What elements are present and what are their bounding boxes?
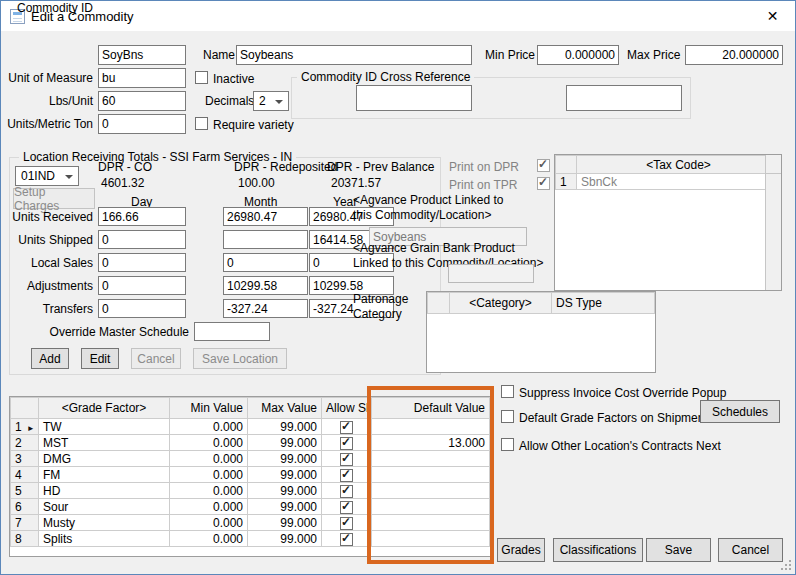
grade-row[interactable]: 8 Splits 0.000 99.000 xyxy=(11,531,490,547)
patronage-category-grid[interactable]: <Category> DS Type xyxy=(426,291,656,373)
default-value-header[interactable]: Default Value xyxy=(372,398,490,419)
max-value-cell[interactable]: 99.000 xyxy=(248,483,322,499)
allow-skip-checkbox[interactable] xyxy=(340,533,353,546)
grade-row[interactable]: 5 HD 0.000 99.000 xyxy=(11,483,490,499)
patronage-ds-type-header[interactable]: DS Type xyxy=(552,293,655,314)
row-header[interactable]: 1 xyxy=(11,419,39,435)
default-value-cell[interactable] xyxy=(372,483,490,499)
resize-grip[interactable] xyxy=(780,559,792,571)
default-value-cell[interactable] xyxy=(372,499,490,515)
allow-skip-checkbox[interactable] xyxy=(340,485,353,498)
allow-other-contracts-checkbox[interactable] xyxy=(501,438,514,451)
transfers-month-input[interactable] xyxy=(223,299,308,318)
max-value-cell[interactable]: 99.000 xyxy=(248,451,322,467)
max-value-cell[interactable]: 99.000 xyxy=(248,419,322,435)
row-header[interactable]: 5 xyxy=(11,483,39,499)
grade-row[interactable]: 7 Musty 0.000 99.000 xyxy=(11,515,490,531)
allow-skip-checkbox[interactable] xyxy=(340,501,353,514)
default-value-cell[interactable] xyxy=(372,451,490,467)
grade-row[interactable]: 6 Sour 0.000 99.000 xyxy=(11,499,490,515)
allow-skip-cell[interactable] xyxy=(322,467,372,483)
lbs-unit-input[interactable] xyxy=(98,91,186,111)
default-value-cell[interactable] xyxy=(372,467,490,483)
min-value-cell[interactable]: 0.000 xyxy=(170,515,248,531)
allow-skip-checkbox[interactable] xyxy=(340,437,353,450)
max-value-cell[interactable]: 99.000 xyxy=(248,515,322,531)
adjustments-month-input[interactable] xyxy=(223,276,308,295)
allow-skip-checkbox[interactable] xyxy=(340,421,353,434)
grade-row[interactable]: 1 TW 0.000 99.000 xyxy=(11,419,490,435)
grade-factor-cell[interactable]: Sour xyxy=(39,499,170,515)
max-value-header[interactable]: Max Value xyxy=(248,398,322,419)
commodity-id-input[interactable] xyxy=(98,45,186,65)
tax-grid-scrollbar[interactable] xyxy=(765,155,781,290)
units-shipped-day-input[interactable] xyxy=(98,230,186,249)
tax-code-grid[interactable]: <Tax Code> 1 SbnCk xyxy=(554,154,782,291)
grade-factor-cell[interactable]: TW xyxy=(39,419,170,435)
allow-skip-checkbox[interactable] xyxy=(340,469,353,482)
min-value-cell[interactable]: 0.000 xyxy=(170,467,248,483)
close-icon[interactable]: ✕ xyxy=(750,1,795,30)
max-value-cell[interactable]: 99.000 xyxy=(248,435,322,451)
units-shipped-month-input[interactable] xyxy=(223,230,308,249)
max-price-input[interactable] xyxy=(685,45,783,65)
default-value-cell[interactable] xyxy=(372,515,490,531)
grade-factor-cell[interactable]: FM xyxy=(39,467,170,483)
row-header[interactable]: 4 xyxy=(11,467,39,483)
default-value-cell[interactable] xyxy=(372,531,490,547)
default-value-cell[interactable]: 13.000 xyxy=(372,435,490,451)
allow-skip-cell[interactable] xyxy=(322,419,372,435)
allow-skip-header[interactable]: Allow Skip xyxy=(322,398,372,419)
grade-factor-cell[interactable]: Musty xyxy=(39,515,170,531)
units-received-month-input[interactable] xyxy=(223,207,308,226)
allow-skip-cell[interactable] xyxy=(322,531,372,547)
save-button[interactable]: Save xyxy=(646,538,711,562)
max-value-cell[interactable]: 99.000 xyxy=(248,467,322,483)
units-metric-ton-input[interactable] xyxy=(98,114,186,134)
max-value-cell[interactable]: 99.000 xyxy=(248,531,322,547)
default-value-cell[interactable] xyxy=(372,419,490,435)
decimals-select[interactable]: 2 xyxy=(253,91,289,111)
row-header[interactable]: 6 xyxy=(11,499,39,515)
min-value-cell[interactable]: 0.000 xyxy=(170,451,248,467)
min-value-cell[interactable]: 0.000 xyxy=(170,435,248,451)
allow-skip-cell[interactable] xyxy=(322,435,372,451)
unit-of-measure-input[interactable] xyxy=(98,68,186,88)
min-price-input[interactable] xyxy=(537,45,619,65)
min-value-cell[interactable]: 0.000 xyxy=(170,531,248,547)
tax-row[interactable]: 1 SbnCk xyxy=(556,174,781,190)
grades-button[interactable]: Grades xyxy=(497,538,545,562)
max-value-cell[interactable]: 99.000 xyxy=(248,499,322,515)
row-header[interactable]: 7 xyxy=(11,515,39,531)
transfers-day-input[interactable] xyxy=(98,299,186,318)
allow-skip-cell[interactable] xyxy=(322,451,372,467)
min-value-header[interactable]: Min Value xyxy=(170,398,248,419)
grade-factor-cell[interactable]: HD xyxy=(39,483,170,499)
add-button[interactable]: Add xyxy=(31,348,69,369)
allow-skip-cell[interactable] xyxy=(322,499,372,515)
row-header[interactable]: 3 xyxy=(11,451,39,467)
grade-factor-cell[interactable]: Splits xyxy=(39,531,170,547)
schedules-button[interactable]: Schedules xyxy=(700,400,780,423)
allow-skip-cell[interactable] xyxy=(322,483,372,499)
title-bar[interactable]: Edit a Commodity ✕ xyxy=(1,1,795,31)
patronage-category-header[interactable]: <Category> xyxy=(450,293,552,314)
inactive-checkbox[interactable] xyxy=(195,71,208,84)
min-value-cell[interactable]: 0.000 xyxy=(170,483,248,499)
allow-skip-cell[interactable] xyxy=(322,515,372,531)
grade-factor-grid[interactable]: <Grade Factor> Min Value Max Value Allow… xyxy=(9,396,491,557)
classifications-button[interactable]: Classifications xyxy=(553,538,643,562)
edit-button[interactable]: Edit xyxy=(81,348,119,369)
row-header[interactable]: 8 xyxy=(11,531,39,547)
cross-reference-input-2[interactable] xyxy=(566,85,682,111)
grade-factor-cell[interactable]: DMG xyxy=(39,451,170,467)
grade-row[interactable]: 3 DMG 0.000 99.000 xyxy=(11,451,490,467)
local-sales-day-input[interactable] xyxy=(98,253,186,272)
allow-skip-checkbox[interactable] xyxy=(340,517,353,530)
adjustments-day-input[interactable] xyxy=(98,276,186,295)
local-sales-month-input[interactable] xyxy=(223,253,308,272)
min-value-cell[interactable]: 0.000 xyxy=(170,419,248,435)
tax-code-header[interactable]: <Tax Code> xyxy=(577,156,781,174)
default-grade-factors-checkbox[interactable] xyxy=(501,410,514,423)
grade-row[interactable]: 4 FM 0.000 99.000 xyxy=(11,467,490,483)
